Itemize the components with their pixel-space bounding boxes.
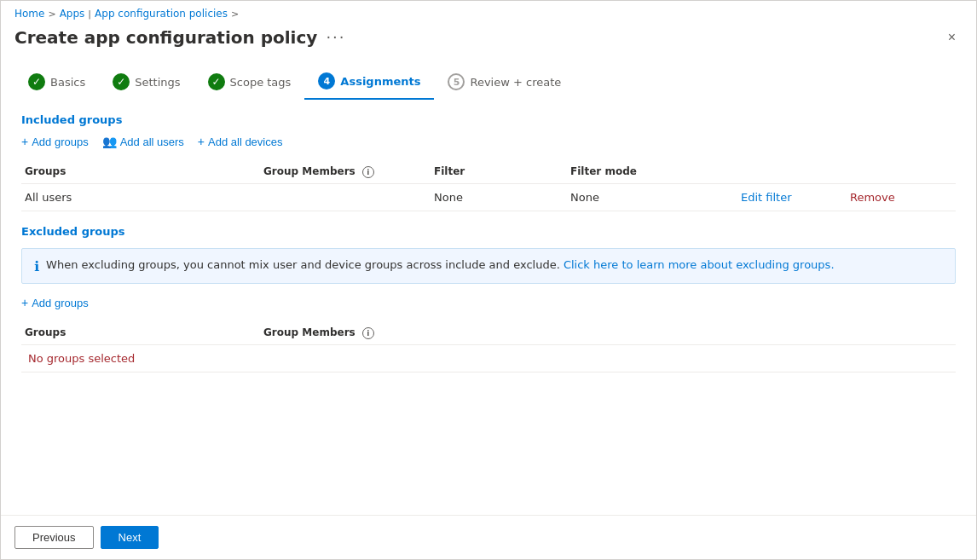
col-header-group-members: Group Members i	[260, 165, 431, 178]
step-review-create[interactable]: 5 Review + create	[434, 66, 575, 99]
add-all-devices-label: Add all devices	[208, 136, 282, 148]
step-assignments-label: Assignments	[340, 75, 420, 88]
add-all-users-button[interactable]: 👥 Add all users	[102, 133, 184, 150]
breadcrumb-home[interactable]: Home	[14, 8, 44, 20]
col-header-edit	[737, 165, 847, 178]
included-table-header: Groups Group Members i Filter Filter mod…	[21, 160, 956, 184]
info-icon: ℹ	[34, 258, 39, 274]
breadcrumb-section[interactable]: App configuration policies	[95, 8, 228, 20]
add-all-users-label: Add all users	[120, 136, 184, 148]
info-message-text: When excluding groups, you cannot mix us…	[46, 257, 834, 273]
step-settings[interactable]: ✓ Settings	[99, 66, 194, 99]
footer: Previous Next	[1, 515, 976, 559]
excl-col-header-group-members: Group Members i	[260, 326, 431, 339]
row-filter-mode: None	[567, 191, 737, 204]
row-group-name: All users	[21, 191, 260, 204]
col-header-groups: Groups	[21, 165, 260, 178]
breadcrumb-apps[interactable]: Apps	[60, 8, 85, 20]
add-groups-button[interactable]: + Add groups	[21, 133, 89, 150]
excluded-table-header: Groups Group Members i	[21, 321, 956, 345]
step-scope-tags[interactable]: ✓ Scope tags	[194, 66, 305, 99]
step-basics[interactable]: ✓ Basics	[14, 66, 99, 99]
page-title: Create app configuration policy	[14, 27, 317, 48]
breadcrumb-sep1: >	[48, 9, 55, 20]
main-window: Home > Apps | App configuration policies…	[0, 0, 977, 560]
step-scope-tags-label: Scope tags	[230, 76, 292, 89]
content-area: Included groups + Add groups 👥 Add all u…	[1, 100, 976, 515]
col-header-remove	[847, 165, 956, 178]
excluded-actions-bar: + Add groups	[21, 294, 956, 311]
breadcrumb: Home > Apps | App configuration policies…	[1, 1, 976, 23]
previous-button[interactable]: Previous	[14, 526, 94, 549]
row-filter: None	[431, 191, 567, 204]
excluded-groups-section: Excluded groups ℹ When excluding groups,…	[21, 225, 956, 372]
step-review-create-label: Review + create	[470, 76, 561, 89]
add-excluded-label: Add groups	[32, 297, 89, 309]
included-groups-title: Included groups	[21, 113, 956, 126]
add-all-devices-button[interactable]: + Add all devices	[198, 133, 283, 150]
add-all-devices-icon: +	[198, 135, 205, 148]
remove-link[interactable]: Remove	[847, 191, 956, 204]
step-assignments-circle: 4	[318, 72, 335, 89]
add-excluded-icon: +	[21, 296, 28, 309]
title-bar: Create app configuration policy ··· ×	[1, 23, 976, 59]
close-button[interactable]: ×	[941, 26, 963, 49]
breadcrumb-sep2: >	[231, 9, 239, 20]
no-groups-row: No groups selected	[21, 345, 956, 372]
table-row: All users None None Edit filter Remove	[21, 184, 956, 211]
wizard-steps: ✓ Basics ✓ Settings ✓ Scope tags 4 Assig…	[1, 59, 976, 100]
excl-group-members-info-icon[interactable]: i	[362, 327, 374, 339]
included-groups-table: Groups Group Members i Filter Filter mod…	[21, 160, 956, 211]
step-basics-label: Basics	[50, 76, 85, 89]
step-assignments[interactable]: 4 Assignments	[304, 66, 434, 100]
step-scope-tags-circle: ✓	[208, 73, 225, 90]
more-options-icon[interactable]: ···	[326, 30, 345, 45]
step-basics-circle: ✓	[28, 73, 45, 90]
excluded-groups-table: Groups Group Members i No groups selecte…	[21, 321, 956, 372]
next-button[interactable]: Next	[101, 526, 159, 549]
learn-more-link[interactable]: Click here to learn more about excluding…	[564, 258, 835, 271]
add-groups-icon: +	[21, 135, 28, 148]
step-settings-circle: ✓	[113, 73, 130, 90]
add-excluded-groups-button[interactable]: + Add groups	[21, 294, 89, 311]
group-members-info-icon[interactable]: i	[362, 166, 374, 178]
col-header-filter: Filter	[431, 165, 567, 178]
add-all-users-icon: 👥	[102, 135, 117, 148]
edit-filter-link[interactable]: Edit filter	[737, 191, 847, 204]
exclusion-info-box: ℹ When excluding groups, you cannot mix …	[21, 248, 956, 284]
breadcrumb-sep-pipe: |	[88, 9, 91, 20]
add-groups-label: Add groups	[32, 136, 89, 148]
step-settings-label: Settings	[135, 76, 180, 89]
excluded-groups-title: Excluded groups	[21, 225, 956, 238]
no-groups-text: No groups selected	[25, 345, 138, 372]
step-review-create-circle: 5	[448, 73, 465, 90]
excl-col-header-groups: Groups	[21, 326, 260, 339]
included-actions-bar: + Add groups 👥 Add all users + Add all d…	[21, 133, 956, 150]
col-header-filter-mode: Filter mode	[567, 165, 737, 178]
